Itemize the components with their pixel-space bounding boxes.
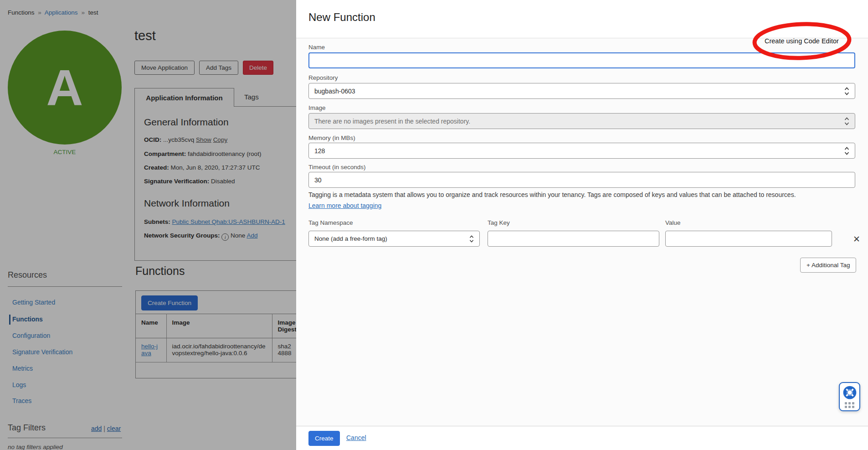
drag-handle-dots-icon xyxy=(845,402,854,408)
drawer-header: New Function xyxy=(296,0,868,38)
additional-tag-button[interactable]: + Additional Tag xyxy=(800,258,856,273)
image-label: Image xyxy=(308,104,326,111)
drawer-footer: Create Cancel xyxy=(296,426,868,450)
memory-label: Memory (in MBs) xyxy=(308,134,355,141)
oci-console-screen: Functions » Applications » test A ACTIVE… xyxy=(0,0,868,450)
name-label: Name xyxy=(308,44,325,51)
memory-select[interactable]: 128 xyxy=(308,143,855,159)
modal-overlay xyxy=(0,0,296,450)
tag-key-input[interactable] xyxy=(488,231,659,247)
create-using-code-editor-link[interactable]: Create using Code Editor xyxy=(765,37,839,45)
remove-tag-icon[interactable]: ✕ xyxy=(853,234,860,244)
tag-value-input[interactable] xyxy=(665,231,832,247)
image-select: There are no images present in the selec… xyxy=(308,113,855,129)
repository-select[interactable]: bugbash-0603 xyxy=(308,83,855,99)
tag-namespace-label: Tag Namespace xyxy=(308,219,353,226)
learn-more-tagging-link[interactable]: Learn more about tagging xyxy=(308,202,381,209)
create-button[interactable]: Create xyxy=(308,431,340,446)
drawer-title: New Function xyxy=(308,11,375,24)
select-chevrons-icon xyxy=(844,87,849,95)
tagging-description: Tagging is a metadata system that allows… xyxy=(308,191,855,198)
new-function-drawer: New Function Name Repository bugbash-060… xyxy=(296,0,868,450)
select-chevrons-icon xyxy=(844,117,849,125)
tag-key-label: Tag Key xyxy=(488,219,510,226)
lifebuoy-help-icon xyxy=(843,386,857,399)
tag-namespace-select[interactable]: None (add a free-form tag) xyxy=(308,231,480,247)
timeout-label: Timeout (in seconds) xyxy=(308,164,366,171)
select-chevrons-icon xyxy=(469,235,474,243)
help-widget[interactable] xyxy=(839,382,860,411)
timeout-input[interactable] xyxy=(308,172,855,188)
value-label: Value xyxy=(665,219,681,226)
cancel-link[interactable]: Cancel xyxy=(346,434,366,441)
name-input[interactable] xyxy=(308,52,855,68)
select-chevrons-icon xyxy=(844,147,849,155)
repository-label: Repository xyxy=(308,74,338,81)
